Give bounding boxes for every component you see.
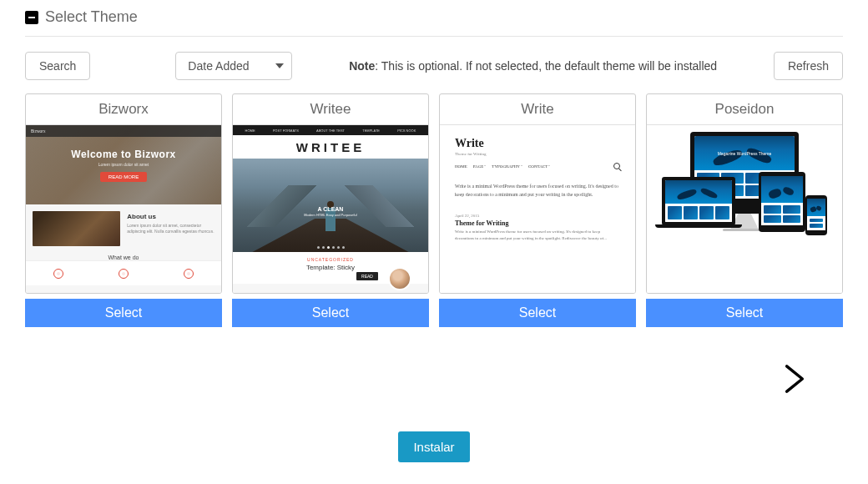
nav-item: ABOUT THE TEST [316, 129, 345, 133]
nav-item: TEMPLATE [362, 129, 380, 133]
theme-title: Writee [233, 94, 428, 125]
theme-preview-writee[interactable]: HOME POST FORMATS ABOUT THE TEST TEMPLAT… [233, 125, 428, 293]
nav-item: PAGE [473, 164, 487, 169]
select-theme-button[interactable]: Select [439, 299, 636, 327]
theme-title: Bizworx [26, 94, 221, 125]
nav-item: HOME [245, 129, 255, 133]
sort-select[interactable]: Date Added [175, 52, 292, 80]
next-page-button[interactable] [780, 360, 810, 400]
select-theme-button[interactable]: Select [232, 299, 429, 327]
preview-nav: HOME POST FORMATS ABOUT THE TEST TEMPLAT… [233, 125, 428, 135]
preview-hero-small: Modern HTML Easy and Purposeful [233, 213, 428, 217]
device-laptop-icon [662, 177, 735, 225]
feature-icon [184, 269, 194, 279]
nav-item: CONTACT [528, 164, 550, 169]
theme-card-write: Write Write Theme for Writing HOME PAGE … [439, 93, 636, 327]
preview-logo: WRITEE [233, 135, 428, 159]
nav-item: POST FORMATS [273, 129, 299, 133]
preview-hero-text: Magazine WordPress Theme [718, 151, 772, 156]
preview-post-title: Theme for Writing [455, 219, 620, 227]
nav-item: HOME [455, 164, 467, 169]
preview-site-title: Write [455, 137, 620, 150]
preview-site-subtitle: Theme for Writing [455, 152, 620, 156]
search-icon [613, 163, 620, 169]
preview-about-heading: About us [127, 213, 216, 220]
themes-grid: Bizworx Bizworx Welcome to Bizworx Lorem… [25, 93, 843, 327]
preview-hero-text: Welcome to Bizworx [71, 149, 175, 160]
preview-hero-big: A CLEAN [233, 206, 428, 212]
note-text: Note: This is optional. If not selected,… [302, 59, 764, 73]
feature-icon [53, 269, 63, 279]
preview-topbar: Bizworx [26, 125, 221, 137]
page-title: Select Theme [45, 8, 138, 26]
preview-cta: READ MORE [100, 172, 147, 182]
preview-post-date: April 22, 2015 [455, 214, 620, 218]
chevron-right-icon [783, 364, 806, 394]
search-button[interactable]: Search [25, 52, 90, 80]
device-phone-icon [805, 195, 827, 235]
device-tablet-icon [759, 172, 805, 232]
preview-image [33, 211, 120, 246]
nav-item: PICS NOOK [397, 129, 416, 133]
theme-card-writee: Writee HOME POST FORMATS ABOUT THE TEST … [232, 93, 429, 327]
preview-description: Write is a minimal WordPress theme for u… [455, 183, 620, 199]
theme-card-poseidon: Poseidon Poseidon Magazine WordPress The… [646, 93, 843, 327]
theme-card-bizworx: Bizworx Bizworx Welcome to Bizworx Lorem… [25, 93, 222, 327]
theme-preview-bizworx[interactable]: Bizworx Welcome to Bizworx Lorem ipsum d… [26, 125, 221, 293]
preview-post-excerpt: Write is a minimal WordPress theme for u… [455, 229, 620, 241]
preview-footer-heading: What we do [26, 253, 221, 260]
toolbar: Search Date Added Note: This is optional… [25, 52, 843, 80]
install-button[interactable]: Instalar [398, 431, 469, 462]
feature-icon [119, 269, 129, 279]
select-theme-button[interactable]: Select [646, 299, 843, 327]
theme-title: Poseidon [647, 94, 842, 125]
collapse-toggle-icon[interactable] [25, 11, 38, 24]
refresh-button[interactable]: Refresh [774, 52, 843, 80]
select-theme-button[interactable]: Select [25, 299, 222, 327]
preview-about-text: Lorem ipsum dolor sit amet, consectetur … [127, 223, 216, 234]
preview-hero-sub: Lorem ipsum dolor sit amet [98, 162, 149, 167]
avatar-icon [388, 267, 411, 290]
theme-title: Write [440, 94, 635, 125]
preview-read-button: READ [356, 272, 378, 280]
nav-item: TYPOGRAPHY [492, 164, 522, 169]
preview-post-category: UNCATEGORIZED [245, 257, 416, 262]
theme-preview-write[interactable]: Write Theme for Writing HOME PAGE TYPOGR… [440, 125, 635, 293]
theme-preview-poseidon[interactable]: Poseidon Magazine WordPress Theme [647, 125, 842, 293]
